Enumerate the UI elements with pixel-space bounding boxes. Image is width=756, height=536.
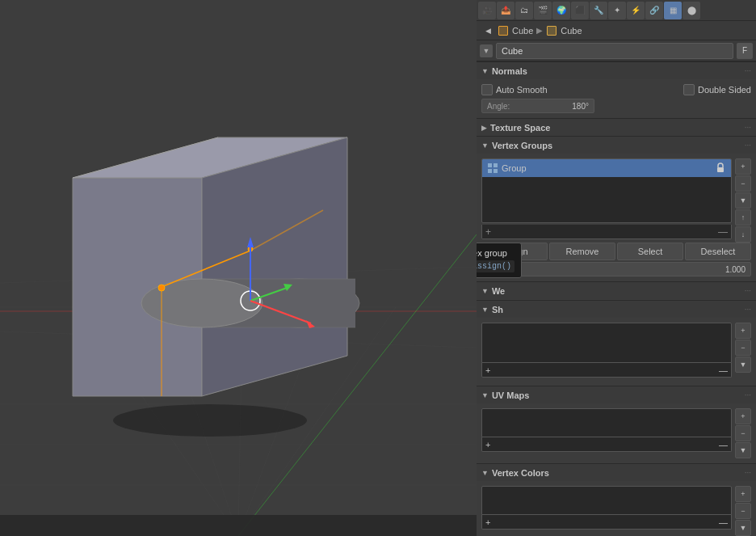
auto-smooth-label: Auto Smooth bbox=[496, 85, 548, 95]
remove-shape-key-button[interactable]: — bbox=[719, 365, 728, 375]
uv-extra-btn[interactable]: ▼ bbox=[735, 442, 751, 458]
icon-constraints[interactable]: 🔗 bbox=[645, 2, 663, 19]
double-sided-label: Double Sided bbox=[698, 85, 751, 95]
sk-down-btn[interactable]: − bbox=[735, 340, 751, 356]
icon-render[interactable]: 🎥 bbox=[478, 2, 496, 19]
svg-rect-38 bbox=[488, 169, 492, 173]
vc-remove-btn[interactable]: − bbox=[735, 503, 751, 519]
fake-user-button[interactable]: F bbox=[737, 43, 753, 59]
vertex-group-list[interactable]: Group bbox=[481, 158, 732, 223]
uv-maps-options[interactable]: ··· bbox=[745, 390, 751, 399]
uv-add-btn[interactable]: + bbox=[735, 408, 751, 424]
svg-rect-39 bbox=[494, 169, 498, 173]
shape-keys-side-buttons: + − ▼ bbox=[735, 323, 751, 381]
uv-maps-section-header[interactable]: ▼ UV Maps ··· bbox=[477, 386, 756, 403]
vertex-group-side-buttons: + − ▼ ↑ ↓ bbox=[735, 158, 751, 243]
weight-field[interactable]: Weight: 1.000 bbox=[481, 262, 751, 276]
vertex-groups-section-header[interactable]: ▼ Vertex Groups ··· bbox=[477, 136, 756, 154]
remove-vertex-group-button[interactable]: — bbox=[718, 226, 728, 238]
normals-section-header[interactable]: ▼ Normals ··· bbox=[477, 61, 756, 79]
svg-point-27 bbox=[158, 285, 165, 291]
sk-up-btn[interactable]: + bbox=[735, 323, 751, 339]
auto-smooth-checkbox-item[interactable]: Auto Smooth bbox=[481, 84, 548, 95]
properties-panel: 🎥 📤 🗂 🎬 🌍 ⬛ 🔧 ✦ ⚡ 🔗 ▦ ⬤ ◀ Cube ▶ Cube ▼ … bbox=[477, 0, 756, 536]
vgroup-extra-button[interactable]: ▼ bbox=[735, 192, 751, 209]
vertex-colors-section-header[interactable]: ▼ Vertex Colors ··· bbox=[477, 463, 756, 481]
icon-view-layer[interactable]: 🗂 bbox=[515, 2, 533, 19]
icon-modifier[interactable]: 🔧 bbox=[590, 2, 607, 19]
deselect-button[interactable]: Deselect bbox=[685, 243, 751, 260]
svg-rect-37 bbox=[494, 163, 498, 167]
vertex-colors-options[interactable]: ··· bbox=[745, 468, 751, 477]
vertex-colors-list[interactable] bbox=[481, 486, 732, 515]
breadcrumb-current-icon bbox=[546, 25, 557, 36]
uv-maps-arrow: ▼ bbox=[481, 391, 489, 399]
remove-button[interactable]: Remove bbox=[549, 243, 615, 260]
auto-smooth-checkbox[interactable] bbox=[481, 84, 493, 95]
shape-keys-arrow: ▼ bbox=[481, 287, 489, 295]
shape-keys-section-header[interactable]: ▼ We ··· bbox=[477, 281, 756, 299]
texture-space-options[interactable]: ··· bbox=[745, 123, 751, 132]
name-expand-button[interactable]: ▼ bbox=[480, 44, 493, 57]
texture-space-label: Texture Space bbox=[490, 123, 550, 133]
vertex-group-actions-row: Assign Remove Select Deselect Assign the… bbox=[481, 243, 751, 260]
icon-particles[interactable]: ✦ bbox=[608, 2, 626, 19]
angle-value: 180° bbox=[572, 102, 589, 111]
shape-keys-arrow-2: ▼ bbox=[481, 306, 489, 314]
vertex-colors-arrow: ▼ bbox=[481, 469, 489, 477]
icon-data[interactable]: ▦ bbox=[664, 2, 682, 19]
assign-button[interactable]: Assign bbox=[481, 243, 548, 260]
select-button[interactable]: Select bbox=[617, 243, 683, 260]
add-vertex-group-button[interactable]: + bbox=[485, 226, 491, 238]
add-vertex-color-button[interactable]: + bbox=[485, 517, 490, 527]
vc-extra-btn[interactable]: ▼ bbox=[735, 520, 751, 536]
angle-field[interactable]: Angle: 180° bbox=[481, 99, 594, 113]
vgroup-move-down-button[interactable]: ↓ bbox=[735, 226, 751, 243]
icon-output[interactable]: 📤 bbox=[497, 2, 514, 19]
icon-physics[interactable]: ⚡ bbox=[627, 2, 645, 19]
add-uv-map-button[interactable]: + bbox=[485, 440, 490, 449]
weight-row: Weight: 1.000 bbox=[481, 262, 751, 276]
shape-keys-body: + — + − ▼ bbox=[477, 318, 756, 386]
vertex-group-list-footer: + — bbox=[481, 225, 732, 239]
vgroup-down-button[interactable]: − bbox=[735, 175, 751, 192]
vertex-groups-options[interactable]: ··· bbox=[745, 141, 751, 150]
vertex-group-item-group[interactable]: Group bbox=[482, 159, 731, 177]
viewport-3d[interactable] bbox=[0, 0, 477, 536]
breadcrumb-back-btn[interactable]: ◀ bbox=[481, 24, 494, 37]
vgroup-move-up-button[interactable]: ↑ bbox=[735, 209, 751, 226]
shape-keys-options[interactable]: ··· bbox=[745, 286, 751, 295]
uv-remove-btn[interactable]: − bbox=[735, 425, 751, 441]
icon-scene[interactable]: 🎬 bbox=[534, 2, 552, 19]
breadcrumb-parent-name: Cube bbox=[512, 26, 533, 36]
breadcrumb-separator: ▶ bbox=[536, 26, 543, 35]
sk-extra-btn[interactable]: ▼ bbox=[735, 357, 751, 373]
svg-point-14 bbox=[113, 404, 307, 437]
shape-keys-section-header-2[interactable]: ▼ Sh ··· bbox=[477, 300, 756, 318]
svg-marker-17 bbox=[202, 137, 347, 396]
normals-options[interactable]: ··· bbox=[745, 66, 751, 75]
double-sided-checkbox-item[interactable]: Double Sided bbox=[683, 84, 751, 95]
vgroup-up-button[interactable]: + bbox=[735, 158, 751, 175]
texture-space-section-header[interactable]: ▶ Texture Space ··· bbox=[477, 118, 756, 136]
vertex-groups-section-body: Group + — + bbox=[477, 154, 756, 281]
object-name-input[interactable] bbox=[496, 43, 733, 59]
uv-maps-body: + — + − ▼ bbox=[477, 403, 756, 463]
add-shape-key-button[interactable]: + bbox=[485, 365, 490, 375]
shape-keys-label: We bbox=[492, 286, 505, 296]
shape-keys-options-2[interactable]: ··· bbox=[745, 305, 751, 314]
icon-object[interactable]: ⬛ bbox=[571, 2, 589, 19]
shape-keys-list[interactable] bbox=[481, 323, 732, 363]
remove-vertex-color-button[interactable]: — bbox=[719, 517, 728, 527]
normals-arrow: ▼ bbox=[481, 67, 489, 75]
icon-world[interactable]: 🌍 bbox=[552, 2, 570, 19]
uv-maps-side-buttons: + − ▼ bbox=[735, 408, 751, 458]
double-sided-checkbox[interactable] bbox=[683, 84, 695, 95]
icon-material[interactable]: ⬤ bbox=[682, 2, 700, 19]
uv-maps-list[interactable] bbox=[481, 408, 732, 437]
vertex-group-name: Group bbox=[502, 163, 527, 173]
vc-add-btn[interactable]: + bbox=[735, 486, 751, 502]
remove-uv-map-button[interactable]: — bbox=[719, 440, 728, 449]
breadcrumb-current-name: Cube bbox=[561, 26, 582, 36]
shape-keys-label-2: Sh bbox=[492, 305, 503, 314]
